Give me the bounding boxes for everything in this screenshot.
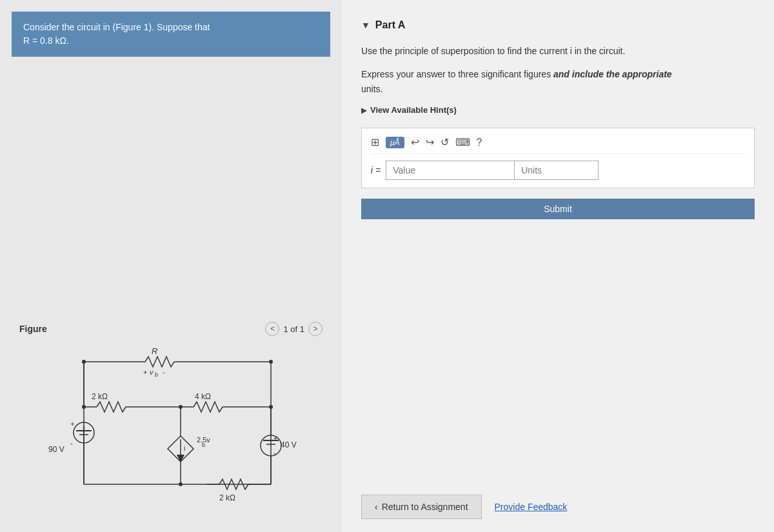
undo-icon[interactable]: ↩ [411,136,419,148]
svg-text:-: - [163,368,165,376]
svg-text:2 kΩ: 2 kΩ [92,392,108,401]
question-line2-bold: and include the appropriate [553,69,672,79]
svg-text:v: v [150,368,154,376]
hint-text: View Available Hint(s) [370,105,457,115]
toolbar: ⊞ μÅ ↩ ↪ ↺ ⌨ ? [371,136,745,154]
i-equals-label: i = [371,165,381,175]
problem-statement: Consider the circuit in (Figure 1). Supp… [12,12,330,57]
refresh-icon[interactable]: ↺ [441,136,449,148]
svg-text:4 kΩ: 4 kΩ [195,392,211,401]
hint-row[interactable]: ▶ View Available Hint(s) [361,105,755,115]
grid-icon[interactable]: ⊞ [371,136,379,148]
right-panel: ▼ Part A Use the principle of superposit… [342,0,774,532]
svg-text:+: + [273,434,277,442]
answer-row: i = [371,161,745,180]
answer-box: ⊞ μÅ ↩ ↪ ↺ ⌨ ? i = [361,128,755,188]
question-line2-prefix: Express your answer to three significant… [361,69,553,79]
svg-point-52 [269,360,273,364]
svg-text:+: + [70,420,74,428]
circuit-diagram: R + v b - [45,342,303,513]
return-button[interactable]: ‹ Return to Assignment [361,495,482,519]
svg-text:90 V: 90 V [48,445,64,454]
svg-text:i: i [184,444,185,452]
question-line1: Use the principle of superposition to fi… [361,44,755,58]
part-collapse-icon[interactable]: ▼ [361,20,370,30]
svg-text:+: + [143,368,147,376]
feedback-link[interactable]: Provide Feedback [495,502,568,512]
mu-a-badge[interactable]: μÅ [386,137,404,148]
pagination-controls: < 1 of 1 > [265,322,322,336]
prev-page-button[interactable]: < [265,322,279,336]
svg-text:b: b [155,371,158,378]
redo-icon[interactable]: ↪ [426,136,434,148]
bottom-row: ‹ Return to Assignment Provide Feedback [361,495,755,519]
svg-point-51 [82,360,86,364]
page-indicator: 1 of 1 [283,324,304,334]
part-header: ▼ Part A [361,19,755,31]
svg-point-50 [179,482,183,486]
problem-text-2: R = 0.8 kΩ. [23,35,69,46]
part-title: Part A [375,19,406,31]
next-page-button[interactable]: > [308,322,322,336]
hint-expand-icon: ▶ [361,106,367,115]
help-icon[interactable]: ? [477,137,482,148]
problem-text-1: Consider the circuit in (Figure 1). Supp… [23,22,210,32]
return-label: Return to Assignment [382,502,468,512]
value-input[interactable] [386,161,515,180]
units-input[interactable] [515,161,599,180]
question-line2: Express your answer to three significant… [361,67,755,96]
left-panel: Consider the circuit in (Figure 1). Supp… [0,0,342,532]
submit-button[interactable]: Submit [361,199,755,219]
figure-label: Figure [19,324,47,334]
svg-text:2 kΩ: 2 kΩ [219,493,235,502]
svg-text:R: R [152,346,157,356]
svg-text:-: - [273,449,276,457]
question-line3: units. [361,84,382,94]
keyboard-icon[interactable]: ⌨ [455,136,470,148]
svg-text:-: - [70,439,73,447]
svg-text:b: b [202,442,205,448]
figure-area: Figure < 1 of 1 > R + v b - [0,57,342,532]
figure-label-row: Figure < 1 of 1 > [19,322,322,336]
svg-text:40 V: 40 V [281,440,297,449]
return-chevron-icon: ‹ [375,502,378,512]
